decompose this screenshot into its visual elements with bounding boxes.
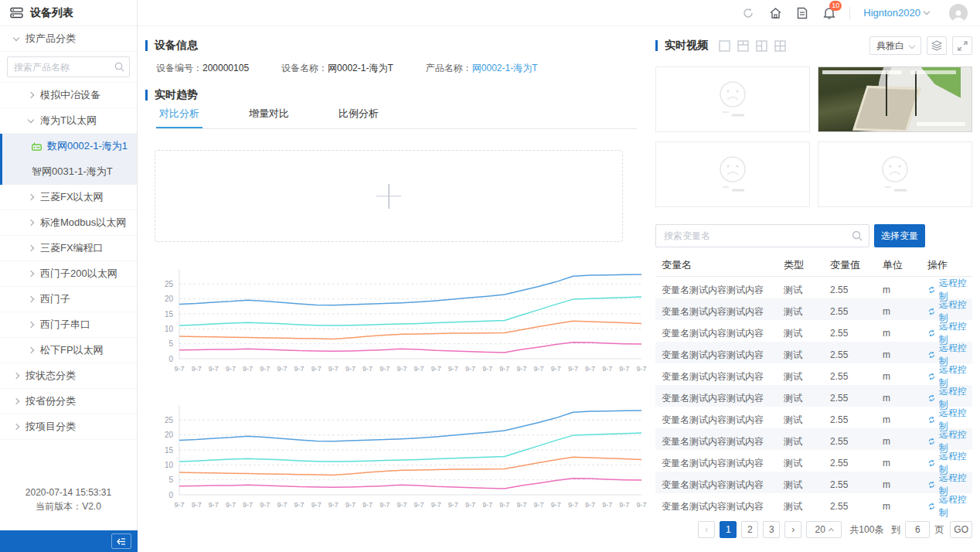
remote-control-icon bbox=[927, 394, 936, 403]
page-button-2[interactable]: 2 bbox=[741, 521, 758, 538]
goto-suffix-label: 页 bbox=[934, 523, 944, 537]
tree-category-item[interactable]: 按状态分类 bbox=[0, 363, 137, 389]
avatar[interactable] bbox=[949, 4, 968, 22]
layout-3-icon[interactable] bbox=[756, 40, 767, 52]
right-panel: 实时视频 典雅白 bbox=[655, 26, 972, 552]
remote-control-icon bbox=[927, 415, 936, 424]
tree-group-item[interactable]: 松下FP以太网 bbox=[0, 338, 137, 363]
fullscreen-button[interactable] bbox=[952, 36, 972, 55]
page-size-select[interactable]: 20 bbox=[806, 521, 842, 538]
video-cell-empty[interactable] bbox=[655, 66, 810, 132]
field-value: 网0002-1-海为T bbox=[328, 63, 393, 73]
tab-active[interactable]: 对比分析 bbox=[156, 107, 202, 128]
svg-text:9-7: 9-7 bbox=[585, 501, 595, 509]
theme-select[interactable]: 典雅白 bbox=[869, 36, 921, 55]
remote-control-icon bbox=[927, 350, 936, 359]
video-cell-live[interactable] bbox=[818, 66, 972, 132]
svg-text:9-7: 9-7 bbox=[585, 365, 595, 373]
refresh-icon[interactable] bbox=[741, 6, 755, 20]
product-search-input[interactable] bbox=[7, 56, 130, 77]
pagination: ‹123›20共100条到页GO bbox=[655, 521, 972, 538]
tab-item[interactable]: 比例分析 bbox=[335, 107, 382, 128]
svg-text:9-7: 9-7 bbox=[551, 501, 561, 509]
product-name-link[interactable]: 网0002-1-海为T bbox=[472, 63, 538, 73]
go-button[interactable]: GO bbox=[950, 521, 972, 538]
home-icon[interactable] bbox=[768, 6, 782, 20]
tree-group-item[interactable]: 西门子串口 bbox=[0, 312, 137, 338]
video-frame bbox=[915, 71, 917, 116]
svg-text:9-7: 9-7 bbox=[636, 365, 646, 373]
cell-value: 2.55 bbox=[830, 479, 883, 490]
tree-group-item[interactable]: 三菱FX以太网 bbox=[0, 185, 137, 210]
svg-text:15: 15 bbox=[165, 310, 174, 319]
device-info-title-text: 设备信息 bbox=[155, 39, 198, 53]
user-menu[interactable]: Hignton2020 bbox=[863, 7, 936, 19]
tree-category-item[interactable]: 按产品分类 bbox=[0, 26, 137, 52]
notifications-bell-icon[interactable]: 10 bbox=[822, 6, 836, 20]
chevron-down-icon bbox=[28, 116, 34, 122]
prev-page-button[interactable]: ‹ bbox=[698, 521, 715, 538]
cell-type: 测试 bbox=[784, 500, 830, 513]
tree-item-label: 按项目分类 bbox=[26, 420, 76, 434]
tree-item-label: 三菱FX以太网 bbox=[40, 190, 104, 204]
cell-value: 2.55 bbox=[830, 501, 883, 512]
svg-text:9-7: 9-7 bbox=[414, 365, 424, 373]
tab-item[interactable]: 增量对比 bbox=[246, 107, 292, 128]
device-tree-item[interactable]: 智网0031-1-海为T bbox=[2, 159, 137, 185]
tree-item-label: 西门子 bbox=[40, 292, 70, 306]
svg-text:9-7: 9-7 bbox=[277, 501, 287, 509]
line-chart: 05101520259-79-79-79-79-79-79-79-79-79-7… bbox=[148, 400, 649, 516]
next-page-button[interactable]: › bbox=[784, 521, 801, 538]
cell-name: 变量名测试内容测试内容 bbox=[662, 479, 784, 492]
remote-control-icon bbox=[927, 437, 936, 446]
tree-category-item[interactable]: 按项目分类 bbox=[0, 414, 137, 440]
section-accent-bar bbox=[145, 90, 148, 101]
svg-text:9-7: 9-7 bbox=[516, 365, 526, 373]
column-header: 变量值 bbox=[830, 258, 883, 272]
cell-type: 测试 bbox=[784, 392, 830, 405]
svg-text:9-7: 9-7 bbox=[362, 501, 373, 509]
collapse-sidebar-button[interactable] bbox=[111, 533, 131, 549]
trend-chart-2: 05101520259-79-79-79-79-79-79-79-79-79-7… bbox=[148, 400, 649, 518]
remote-control-link[interactable]: 远程控制 bbox=[927, 493, 972, 520]
table-row: 变量名测试内容测试内容测试2.55m远程控制 bbox=[655, 277, 972, 298]
cell-value: 2.55 bbox=[830, 458, 883, 469]
video-cell-empty[interactable] bbox=[818, 141, 972, 207]
remote-control-icon bbox=[927, 285, 936, 295]
tree-item-label: 西门子200以太网 bbox=[40, 267, 117, 281]
variable-search-input[interactable] bbox=[655, 224, 869, 247]
svg-text:9-7: 9-7 bbox=[534, 501, 544, 509]
tree-group-item[interactable]: 西门子 bbox=[0, 287, 137, 312]
chevron-right-icon bbox=[28, 296, 34, 302]
tree-group-item[interactable]: 标准Modbus以太网 bbox=[0, 210, 137, 236]
svg-text:9-7: 9-7 bbox=[311, 365, 322, 373]
page-button-3[interactable]: 3 bbox=[763, 521, 780, 538]
layout-1-icon[interactable] bbox=[719, 40, 730, 52]
tree-group-item[interactable]: 西门子200以太网 bbox=[0, 261, 137, 287]
tree-category-item[interactable]: 按省份分类 bbox=[0, 389, 137, 414]
layers-button[interactable] bbox=[927, 36, 947, 55]
video-grid bbox=[655, 66, 972, 207]
tree-group-item[interactable]: 模拟中冶设备 bbox=[0, 83, 137, 108]
select-variable-button[interactable]: 选择变量 bbox=[874, 224, 925, 247]
chevron-right-icon bbox=[13, 373, 19, 379]
goto-page-input[interactable] bbox=[905, 521, 930, 538]
svg-text:9-7: 9-7 bbox=[396, 501, 407, 509]
device-info-field: 设备编号：200000105 bbox=[156, 62, 249, 75]
tree-group-item[interactable]: 三菱FX编程口 bbox=[0, 236, 137, 261]
field-value: 200000105 bbox=[202, 63, 249, 73]
layout-4-icon[interactable] bbox=[774, 40, 786, 52]
add-chart-placeholder[interactable] bbox=[155, 150, 623, 242]
svg-text:9-7: 9-7 bbox=[174, 365, 184, 373]
topbar: 10 Hignton2020 bbox=[138, 0, 980, 26]
svg-text:9-7: 9-7 bbox=[534, 365, 544, 373]
page-button-1[interactable]: 1 bbox=[720, 521, 737, 538]
layout-2-icon[interactable] bbox=[737, 40, 749, 52]
main-panel: 设备信息 设备编号：200000105设备名称：网0002-1-海为T产品名称：… bbox=[138, 26, 655, 552]
device-tree-item[interactable]: 数网0002-1-海为1 bbox=[2, 134, 137, 159]
svg-text:0: 0 bbox=[168, 491, 173, 499]
video-cell-empty[interactable] bbox=[655, 141, 810, 207]
tree-group-item[interactable]: 海为T以太网 bbox=[0, 108, 137, 134]
cell-type: 测试 bbox=[784, 284, 830, 297]
document-icon[interactable] bbox=[795, 6, 809, 20]
